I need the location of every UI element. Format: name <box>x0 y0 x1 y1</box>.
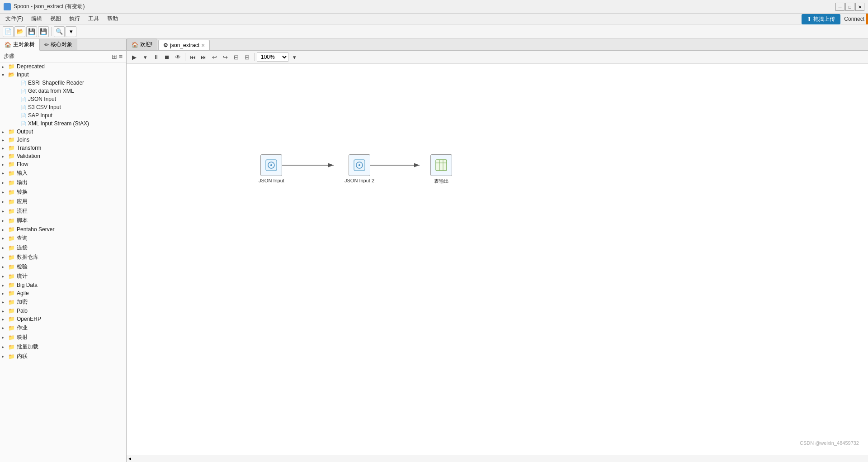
dropdown-button[interactable]: ▾ <box>66 26 76 37</box>
label-stats: 统计 <box>17 272 28 280</box>
grid-button[interactable]: ⊞ <box>242 52 252 62</box>
left-panel-tabs: 🏠 主对象树 ✏ 核心对象 <box>0 39 126 51</box>
tree-item-database[interactable]: 📁 数据仓库 <box>0 252 126 262</box>
collapse-all-icon[interactable]: ≡ <box>119 53 123 60</box>
tree-item-inner-join[interactable]: 📁 内联 <box>0 352 126 361</box>
node-box-json-input-1[interactable] <box>260 154 282 176</box>
label-flow-cn: 流程 <box>17 207 28 215</box>
tree-item-check[interactable]: 📁 检验 <box>0 262 126 271</box>
expand-all-icon[interactable]: ⊞ <box>112 53 117 60</box>
save-button[interactable]: 💾 <box>26 26 37 37</box>
tree-item-script[interactable]: 📁 脚本 <box>0 216 126 225</box>
tab-close-icon[interactable]: ✕ <box>201 43 205 48</box>
run-dropdown[interactable]: ▾ <box>140 52 150 62</box>
tree-item-transform[interactable]: 📁 Transform <box>0 144 126 152</box>
menu-help[interactable]: 帮助 <box>104 14 122 24</box>
zoom-select[interactable]: 50% 75% 100% 150% 200% <box>257 52 288 62</box>
label-deprecated: Deprecated <box>17 63 45 70</box>
menu-view[interactable]: 视图 <box>47 14 65 24</box>
menu-file[interactable]: 文件(F) <box>2 14 27 24</box>
preview-button[interactable]: 👁 <box>173 52 183 62</box>
tree-item-bigdata[interactable]: 📁 Big Data <box>0 281 126 289</box>
tree-item-input-cn[interactable]: 📁 输入 <box>0 168 126 178</box>
menu-tools[interactable]: 工具 <box>85 14 103 24</box>
tree-item-get-xml[interactable]: 📄 Get data from XML <box>0 87 126 95</box>
tree-item-transform-cn[interactable]: 📁 转换 <box>0 187 126 197</box>
flow-node-json-input-1[interactable]: JSON Input <box>259 154 284 183</box>
align-button[interactable]: ⊟ <box>231 52 241 62</box>
canvas[interactable]: JSON Input JSON Input 2 <box>127 64 868 455</box>
stepbar-header: 步骤 ⊞ ≡ <box>0 51 126 62</box>
tree-item-flow[interactable]: 📁 Flow <box>0 160 126 168</box>
stop-button[interactable]: ⏹ <box>162 52 172 62</box>
menu-execute[interactable]: 执行 <box>66 14 84 24</box>
new-button[interactable]: 📄 <box>3 26 14 37</box>
tree-item-query[interactable]: 📁 查询 <box>0 233 126 243</box>
tree-item-stats[interactable]: 📁 统计 <box>0 271 126 281</box>
tree-item-openerp[interactable]: 📁 OpenERP <box>0 315 126 323</box>
flow-node-table-output[interactable]: 表输出 <box>430 154 452 185</box>
tree-item-esri[interactable]: 📄 ESRI Shapefile Reader <box>0 79 126 87</box>
label-s3csv: S3 CSV Input <box>28 104 61 110</box>
tree-item-flow-cn[interactable]: 📁 流程 <box>0 206 126 216</box>
node-label-json-input-1: JSON Input <box>259 178 284 183</box>
tree-item-agile[interactable]: 📁 Agile <box>0 289 126 297</box>
zoom-dropdown[interactable]: ▾ <box>289 52 299 62</box>
tree-item-app[interactable]: 📁 应用 <box>0 197 126 206</box>
node-box-table-output[interactable] <box>430 154 452 176</box>
save-all-button[interactable]: 💾 <box>38 26 49 37</box>
tab-main-objects[interactable]: 🏠 主对象树 <box>0 39 40 51</box>
tree-item-joins[interactable]: 📁 Joins <box>0 136 126 144</box>
label-joins: Joins <box>17 137 29 143</box>
folder-icon-input: 📂 <box>8 71 15 78</box>
stepbar-label: 步骤 <box>4 52 14 60</box>
tree-item-input[interactable]: 📂 Input <box>0 71 126 79</box>
tree-item-json-input[interactable]: 📄 JSON Input <box>0 95 126 103</box>
tree-item-validation[interactable]: 📁 Validation <box>0 152 126 160</box>
tab-json-extract[interactable]: ⚙ json_extract ✕ <box>158 40 210 50</box>
tree-item-xml-stax[interactable]: 📄 XML Input Stream (StAX) <box>0 119 126 128</box>
tree-item-s3csv[interactable]: 📄 S3 CSV Input <box>0 103 126 111</box>
tab-core-objects[interactable]: ✏ 核心对象 <box>40 39 77 50</box>
minimize-button[interactable]: ─ <box>835 3 844 11</box>
label-xml-stax: XML Input Stream (StAX) <box>28 120 89 127</box>
search-button[interactable]: 🔍 <box>54 26 65 37</box>
tree-item-encrypt[interactable]: 📁 加密 <box>0 297 126 307</box>
tree-item-job[interactable]: 📁 作业 <box>0 323 126 333</box>
flow-node-json-input-2[interactable]: JSON Input 2 <box>344 154 374 183</box>
tab-welcome[interactable]: 🏠 欢迎! <box>127 38 157 50</box>
welcome-icon: 🏠 <box>132 42 138 48</box>
scroll-left-button[interactable]: ◄ <box>127 455 133 462</box>
file-icon-esri: 📄 <box>21 81 26 86</box>
tree-item-output-cn[interactable]: 📁 输出 <box>0 178 126 187</box>
tree-item-palo[interactable]: 📁 Palo <box>0 307 126 315</box>
bottom-scrollbar[interactable]: ◄ <box>127 455 868 462</box>
tree-item-deprecated[interactable]: 📁 Deprecated <box>0 62 126 71</box>
tree-item-mapping[interactable]: 📁 映射 <box>0 333 126 342</box>
redo-button[interactable]: ↪ <box>220 52 230 62</box>
tree-item-sap[interactable]: 📄 SAP Input <box>0 111 126 119</box>
maximize-button[interactable]: □ <box>845 3 854 11</box>
tree-item-pentaho[interactable]: 📁 Pentaho Server <box>0 225 126 233</box>
arrow-deprecated <box>2 64 8 69</box>
run-button[interactable]: ▶ <box>129 52 139 62</box>
pause-button[interactable]: ⏸ <box>151 52 161 62</box>
topright-area: ⬆ 拖拽上传 Connect <box>802 14 868 24</box>
open-button[interactable]: 📂 <box>14 26 25 37</box>
label-json-input: JSON Input <box>28 96 56 102</box>
etb-sep-1 <box>185 53 185 61</box>
label-encrypt: 加密 <box>17 298 28 306</box>
tree-item-batch[interactable]: 📁 批量加载 <box>0 342 126 352</box>
undo-button[interactable]: ↩ <box>209 52 219 62</box>
menu-edit[interactable]: 编辑 <box>28 14 46 24</box>
step-right-button[interactable]: ⏭ <box>198 52 208 62</box>
tab-welcome-label: 欢迎! <box>140 41 152 48</box>
node-box-json-input-2[interactable] <box>349 154 370 176</box>
close-button[interactable]: ✕ <box>855 3 864 11</box>
side-accent-bar <box>866 14 868 24</box>
tree-item-output[interactable]: 📁 Output <box>0 128 126 136</box>
step-left-button[interactable]: ⏮ <box>188 52 198 62</box>
upload-button[interactable]: ⬆ 拖拽上传 <box>802 14 840 24</box>
file-icon-stax: 📄 <box>21 121 26 126</box>
tree-item-connect[interactable]: 📁 连接 <box>0 243 126 252</box>
